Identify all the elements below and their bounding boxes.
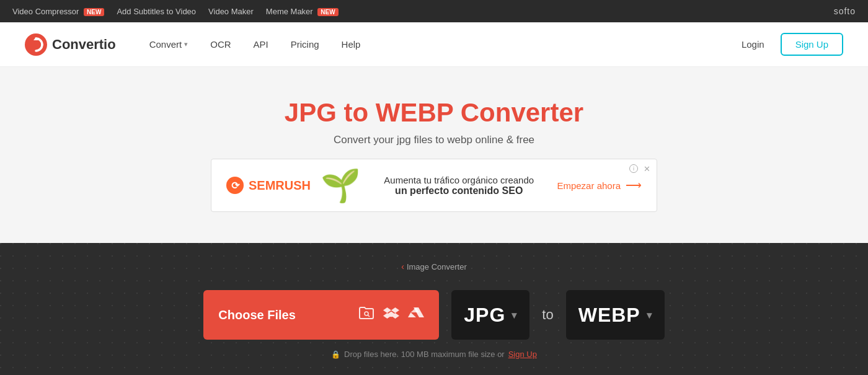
nav-ocr[interactable]: OCR [202, 34, 239, 55]
converter-section: ‹ Image Converter Choose Files [0, 243, 868, 375]
file-icons [358, 306, 424, 324]
to-format-chevron-icon: ▾ [647, 309, 652, 321]
ad-tagline-line2: un perfecto contenido SEO [371, 185, 547, 196]
ad-banner: i ✕ ⟳ SEMRUSH 🌱 Aumenta tu tráfico orgán… [211, 159, 657, 212]
choose-files-button[interactable]: Choose Files [203, 290, 439, 340]
dropzone-info: 🔒 Drop files here. 100 MB maximum file s… [25, 350, 843, 359]
breadcrumb-label[interactable]: Image Converter [407, 262, 467, 271]
hero-subtitle: Convert your jpg files to webp online & … [12, 134, 856, 146]
nav-pricing[interactable]: Pricing [282, 34, 328, 55]
to-format-selector[interactable]: WEBP ▾ [566, 290, 665, 340]
main-nav: Convert ▾ OCR API Pricing Help [141, 34, 733, 55]
google-drive-icon [408, 306, 424, 324]
topbar-add-subtitles[interactable]: Add Subtitles to Video [117, 7, 196, 16]
dropzone-signup-link[interactable]: Sign Up [508, 350, 537, 359]
topbar-video-maker[interactable]: Video Maker [208, 7, 254, 16]
semrush-logo: ⟳ SEMRUSH [226, 177, 311, 194]
hero-title: JPG to WEBP Converter [12, 98, 856, 128]
topbar-new-badge-1: NEW [84, 8, 104, 16]
from-format-chevron-icon: ▾ [512, 309, 517, 321]
topbar-meme-maker[interactable]: Meme Maker NEW [266, 7, 339, 16]
topbar-video-compressor[interactable]: Video Compressor NEW [12, 7, 104, 16]
from-format-selector[interactable]: JPG ▾ [451, 290, 529, 340]
header-auth: Login Sign Up [733, 33, 843, 56]
logo[interactable]: Convertio [25, 33, 116, 56]
signup-button[interactable]: Sign Up [781, 33, 843, 56]
lock-icon: 🔒 [331, 350, 340, 359]
topbar-new-badge-2: NEW [317, 8, 338, 16]
breadcrumb: ‹ Image Converter [25, 262, 843, 271]
semrush-icon: ⟳ [226, 177, 244, 194]
dropbox-icon [383, 306, 399, 324]
topbar: Video Compressor NEW Add Subtitles to Vi… [0, 0, 868, 22]
svg-line-3 [368, 315, 370, 317]
svg-point-0 [25, 33, 47, 56]
converter-controls: Choose Files [25, 290, 843, 340]
ad-info: i [629, 164, 638, 173]
ad-cta-button[interactable]: Empezar ahora ⟶ [557, 179, 642, 192]
folder-search-icon [358, 306, 374, 324]
ad-close-button[interactable]: ✕ [644, 164, 650, 174]
ad-text: Aumenta tu tráfico orgánico creando un p… [371, 175, 547, 196]
hero-section: JPG to WEBP Converter Convert your jpg f… [0, 67, 868, 243]
logo-icon [25, 33, 47, 56]
ad-plant-image: 🌱 [321, 169, 361, 201]
to-label: to [542, 307, 553, 323]
nav-api[interactable]: API [245, 34, 277, 55]
convert-chevron-icon: ▾ [184, 40, 188, 48]
header: Convertio Convert ▾ OCR API Pricing Help… [0, 22, 868, 67]
ad-tagline-line1: Aumenta tu tráfico orgánico creando [371, 175, 547, 185]
dropzone-text: Drop files here. 100 MB maximum file siz… [344, 350, 505, 359]
nav-help[interactable]: Help [333, 34, 370, 55]
nav-convert[interactable]: Convert ▾ [141, 34, 197, 55]
topbar-brand: softo [834, 6, 856, 16]
ad-info-icon: i [629, 164, 638, 173]
login-button[interactable]: Login [733, 34, 773, 55]
logo-text: Convertio [52, 37, 116, 53]
breadcrumb-arrow-icon: ‹ [401, 262, 404, 271]
ad-arrow-icon: ⟶ [626, 179, 642, 192]
